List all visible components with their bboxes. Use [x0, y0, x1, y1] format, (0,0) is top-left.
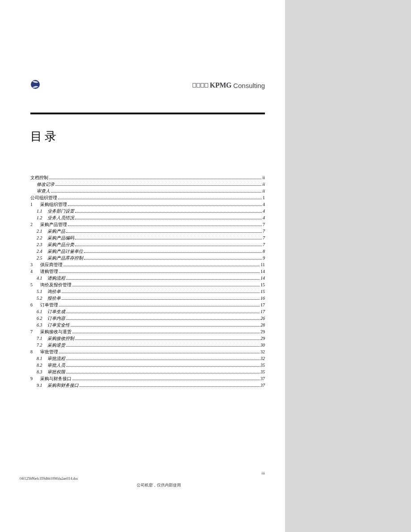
- toc-row: 审查人ii: [30, 188, 265, 194]
- page-footer: 04f125b86efc359dbb109f6fa2aeff14.doc 公司机…: [20, 476, 265, 481]
- toc-label: 审查人: [30, 188, 50, 194]
- toc-number: 6.1: [30, 308, 47, 315]
- toc-leader: [72, 330, 260, 333]
- toc-number: 8: [30, 348, 40, 355]
- toc-row: 4请购管理14: [30, 268, 265, 275]
- toc-number: 8.2: [30, 362, 47, 369]
- toc-page: 32: [260, 348, 265, 355]
- toc-label: 公司组织管理: [30, 194, 57, 201]
- toc-label: 采购产品计量单位: [47, 248, 83, 255]
- toc-page: 35: [260, 369, 265, 375]
- toc-leader: [58, 196, 262, 199]
- toc-leader: [75, 236, 262, 239]
- toc-page: 9: [263, 255, 265, 261]
- toc-leader: [62, 290, 260, 293]
- toc-page: 14: [260, 275, 265, 281]
- toc-row: 5询价及报价管理15: [30, 281, 265, 288]
- toc-page: 11: [260, 261, 265, 268]
- toc-row: 1采购组织管理4: [30, 201, 265, 208]
- toc-page: ii: [262, 181, 265, 188]
- toc-title: 目录: [30, 129, 59, 144]
- toc-label: 采购组织管理: [40, 201, 67, 208]
- toc-number: 7: [30, 328, 40, 335]
- toc-leader: [66, 364, 260, 367]
- brand-boxes-icon: [193, 83, 208, 88]
- toc-row: 2.2采购产品编码7: [30, 235, 265, 241]
- toc-number: 8.3: [30, 369, 47, 375]
- company-logo-icon: [30, 80, 40, 89]
- toc-row: 修改记录ii: [30, 181, 265, 188]
- toc-leader: [75, 337, 260, 340]
- toc-leader: [59, 270, 260, 273]
- toc-leader: [51, 189, 261, 193]
- toc-number: 2.3: [30, 241, 47, 248]
- toc-leader: [72, 283, 260, 286]
- toc-row: 6.2订单内容26: [30, 315, 265, 322]
- toc-row: 2.4采购产品计量单位8: [30, 248, 265, 255]
- toc-leader: [63, 263, 260, 266]
- toc-row: 8.3审批权限35: [30, 369, 265, 375]
- toc-number: 2.4: [30, 248, 47, 255]
- toc-leader: [59, 303, 260, 306]
- toc-page: 8: [263, 248, 265, 255]
- toc-page: 4: [263, 201, 265, 208]
- toc-page: ii: [262, 174, 265, 181]
- toc-row: 9采购与财务接口37: [30, 375, 265, 382]
- toc-leader: [71, 323, 260, 327]
- toc-page: 7: [263, 221, 265, 228]
- toc-number: 6.3: [30, 322, 47, 328]
- toc-page: 30: [260, 342, 265, 348]
- toc-number: 5: [30, 281, 40, 288]
- toc-row: 6订单管理17: [30, 302, 265, 308]
- toc-page: 29: [260, 335, 265, 342]
- toc-page: 16: [260, 295, 265, 302]
- toc-number: 4: [30, 268, 40, 275]
- toc-leader: [66, 317, 260, 320]
- toc-number: 2: [30, 221, 40, 228]
- toc-row: 9.1采购和财务接口37: [30, 382, 265, 389]
- toc-page: 7: [263, 228, 265, 235]
- toc-page: 35: [260, 362, 265, 369]
- toc-label: 询价及报价管理: [40, 281, 71, 288]
- toc-label: 报价单: [47, 295, 61, 302]
- toc-page: 7: [263, 235, 265, 241]
- toc-page: 4: [263, 208, 265, 214]
- footer-page-number: iii: [261, 471, 265, 475]
- toc-page: 4: [263, 214, 265, 221]
- toc-label: 业务部门设置: [47, 208, 74, 214]
- toc-label: 文档控制: [30, 174, 48, 181]
- toc-number: 7.2: [30, 342, 47, 348]
- toc-row: 5.1询价单15: [30, 288, 265, 295]
- toc-page: 1: [263, 194, 265, 201]
- toc-number: 2.2: [30, 235, 47, 241]
- toc-label: 请购管理: [40, 268, 58, 275]
- toc-label: 请购流程: [47, 275, 65, 281]
- toc-label: 询价单: [47, 288, 61, 295]
- toc-row: 2.1采购产品7: [30, 228, 265, 235]
- toc-label: 审批流程: [47, 355, 65, 362]
- toc-row: 公司组织管理1: [30, 194, 265, 201]
- toc-page: 14: [260, 268, 265, 275]
- toc-row: 2.5采购产品库存控制9: [30, 255, 265, 261]
- toc-row: 8审批管理32: [30, 348, 265, 355]
- kpmg-brand: KPMG Consulting: [193, 81, 265, 89]
- toc-leader: [80, 384, 260, 387]
- toc-row: 4.1请购流程14: [30, 275, 265, 281]
- toc-number: 6.2: [30, 315, 47, 322]
- toc-leader: [49, 176, 261, 179]
- toc-label: 订单管理: [40, 302, 58, 308]
- toc-leader: [66, 357, 260, 360]
- toc-label: 采购接收控制: [47, 335, 74, 342]
- toc-page: 28: [260, 322, 265, 328]
- toc-number: 1.2: [30, 214, 47, 221]
- toc-row: 5.2报价单16: [30, 295, 265, 302]
- toc-page: 17: [260, 308, 265, 315]
- toc-row: 6.3订单安全性28: [30, 322, 265, 328]
- toc-leader: [55, 183, 261, 186]
- toc-page: 26: [260, 315, 265, 322]
- footer-filename: 04f125b86efc359dbb109f6fa2aeff14.doc: [20, 477, 78, 481]
- toc-leader: [68, 203, 262, 206]
- toc-row: 7采购接收与退货29: [30, 328, 265, 335]
- toc-label: 采购产品管理: [40, 221, 67, 228]
- toc-row: 8.1审批流程32: [30, 355, 265, 362]
